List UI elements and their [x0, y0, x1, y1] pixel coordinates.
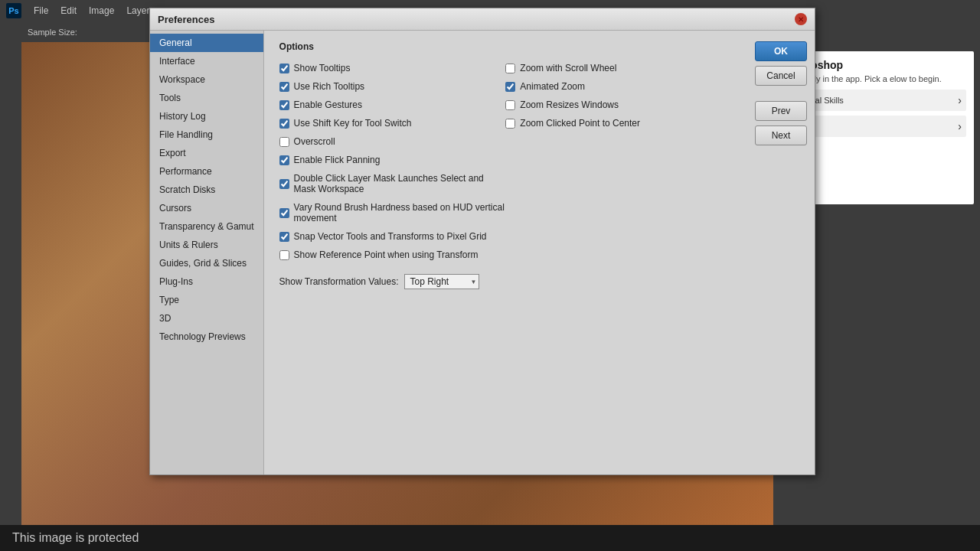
double-click-layer-input[interactable]: [279, 179, 289, 189]
use-shift-key-label[interactable]: Use Shift Key for Tool Switch: [294, 118, 412, 129]
zoom-scroll-wheel-label[interactable]: Zoom with Scroll Wheel: [520, 63, 616, 73]
sidebar-item-general[interactable]: General: [150, 34, 263, 52]
options-right-col: Zoom with Scroll Wheel Animated Zoom Zoo…: [505, 61, 732, 262]
enable-gestures-label[interactable]: Enable Gestures: [294, 99, 362, 110]
protected-text: This image is protected: [12, 531, 139, 544]
sidebar-item-type[interactable]: Type: [150, 291, 263, 309]
dialog-titlebar[interactable]: Preferences ✕: [150, 8, 815, 31]
transform-values-label: Show Transformation Values:: [279, 276, 399, 287]
sidebar-item-scratch-disks[interactable]: Scratch Disks: [150, 181, 263, 199]
close-button[interactable]: ✕: [795, 13, 807, 25]
sidebar-item-interface[interactable]: Interface: [150, 52, 263, 70]
checkbox-use-shift-key: Use Shift Key for Tool Switch: [279, 116, 506, 130]
snap-vector-tools-label[interactable]: Snap Vector Tools and Transforms to Pixe…: [294, 231, 487, 242]
section-title: Options: [279, 41, 732, 52]
transform-values-select[interactable]: Never Top Left Top Right Bottom Left Bot…: [404, 274, 479, 289]
sidebar-item-cursors[interactable]: Cursors: [150, 199, 263, 217]
sidebar-item-units-rulers[interactable]: Units & Rulers: [150, 236, 263, 254]
sidebar-item-tools[interactable]: Tools: [150, 89, 263, 107]
action-buttons: OK Cancel Prev Next: [747, 31, 815, 474]
menu-layer[interactable]: Layer: [126, 5, 149, 16]
show-reference-point-label[interactable]: Show Reference Point when using Transfor…: [294, 249, 479, 260]
zoom-scroll-wheel-input[interactable]: [505, 64, 515, 73]
vary-round-brush-input[interactable]: [279, 208, 289, 218]
next-button[interactable]: Next: [755, 126, 807, 145]
checkbox-zoom-resizes-windows: Zoom Resizes Windows: [505, 98, 732, 112]
sidebar-item-performance[interactable]: Performance: [150, 162, 263, 181]
ok-button[interactable]: OK: [755, 41, 807, 61]
transform-values-row: Show Transformation Values: Never Top Le…: [279, 274, 732, 289]
preferences-dialog: Preferences ✕ General Interface Workspac…: [149, 8, 815, 475]
protected-bar: This image is protected: [0, 525, 980, 551]
sidebar-item-export[interactable]: Export: [150, 144, 263, 162]
sidebar-item-workspace[interactable]: Workspace: [150, 70, 263, 89]
dialog-body: General Interface Workspace Tools Histor…: [150, 31, 815, 474]
show-reference-point-input[interactable]: [279, 250, 289, 260]
sidebar-item-transparency-gamut[interactable]: Transparency & Gamut: [150, 217, 263, 236]
menu-file[interactable]: File: [34, 5, 48, 16]
prev-button[interactable]: Prev: [755, 101, 807, 121]
checkbox-overscroll: Overscroll: [279, 135, 506, 148]
content-area: Options Show Tooltips Use Rich Tooltips: [264, 31, 815, 474]
zoom-clicked-point-label[interactable]: Zoom Clicked Point to Center: [520, 118, 640, 129]
vary-round-brush-label[interactable]: Vary Round Brush Hardness based on HUD v…: [294, 202, 506, 223]
menu-edit[interactable]: Edit: [60, 5, 77, 16]
cancel-button[interactable]: Cancel: [755, 66, 807, 86]
use-rich-tooltips-input[interactable]: [279, 82, 289, 92]
overscroll-input[interactable]: [279, 137, 289, 147]
zoom-clicked-point-input[interactable]: [505, 119, 515, 129]
enable-flick-panning-label[interactable]: Enable Flick Panning: [294, 155, 381, 165]
checkbox-animated-zoom: Animated Zoom: [505, 80, 732, 93]
checkbox-enable-flick-panning: Enable Flick Panning: [279, 153, 506, 167]
checkbox-enable-gestures: Enable Gestures: [279, 98, 506, 112]
ps-left-toolbar: [0, 21, 21, 530]
zoom-resizes-windows-label[interactable]: Zoom Resizes Windows: [520, 99, 619, 110]
show-tooltips-label[interactable]: Show Tooltips: [294, 63, 351, 73]
checkbox-double-click-layer: Double Click Layer Mask Launches Select …: [279, 171, 506, 196]
sidebar-item-guides-grid-slices[interactable]: Guides, Grid & Slices: [150, 254, 263, 272]
transform-select-wrapper: Never Top Left Top Right Bottom Left Bot…: [404, 274, 479, 289]
checkbox-show-tooltips: Show Tooltips: [279, 61, 506, 75]
checkbox-zoom-clicked-point: Zoom Clicked Point to Center: [505, 116, 732, 130]
checkbox-use-rich-tooltips: Use Rich Tooltips: [279, 80, 506, 93]
checkbox-vary-round-brush: Vary Round Brush Hardness based on HUD v…: [279, 201, 506, 225]
use-shift-key-input[interactable]: [279, 119, 289, 129]
sidebar-item-history-log[interactable]: History Log: [150, 107, 263, 126]
menu-image[interactable]: Image: [89, 5, 114, 16]
dialog-title: Preferences: [158, 14, 214, 25]
tool-options: Sample Size:: [28, 28, 77, 37]
sidebar-item-technology-previews[interactable]: Technology Previews: [150, 328, 263, 346]
overscroll-label[interactable]: Overscroll: [294, 136, 335, 147]
sidebar-item-plug-ins[interactable]: Plug-Ins: [150, 272, 263, 291]
animated-zoom-input[interactable]: [505, 82, 515, 92]
ps-logo: Ps: [6, 3, 21, 18]
use-rich-tooltips-label[interactable]: Use Rich Tooltips: [294, 81, 364, 92]
sidebar-item-3d[interactable]: 3D: [150, 309, 263, 328]
zoom-resizes-windows-input[interactable]: [505, 100, 515, 110]
checkbox-zoom-scroll-wheel: Zoom with Scroll Wheel: [505, 61, 732, 75]
enable-flick-panning-input[interactable]: [279, 155, 289, 165]
animated-zoom-label[interactable]: Animated Zoom: [520, 81, 585, 92]
checkbox-show-reference-point: Show Reference Point when using Transfor…: [279, 248, 506, 262]
options-left-col: Show Tooltips Use Rich Tooltips Enable G…: [279, 61, 506, 262]
snap-vector-tools-input[interactable]: [279, 232, 289, 242]
sidebar: General Interface Workspace Tools Histor…: [150, 31, 264, 474]
options-grid: Show Tooltips Use Rich Tooltips Enable G…: [279, 61, 732, 262]
double-click-layer-label[interactable]: Double Click Layer Mask Launches Select …: [294, 173, 506, 194]
sidebar-item-file-handling[interactable]: File Handling: [150, 126, 263, 144]
enable-gestures-input[interactable]: [279, 100, 289, 110]
show-tooltips-input[interactable]: [279, 64, 289, 73]
main-content: Options Show Tooltips Use Rich Tooltips: [264, 31, 747, 474]
checkbox-snap-vector-tools: Snap Vector Tools and Transforms to Pixe…: [279, 230, 506, 243]
